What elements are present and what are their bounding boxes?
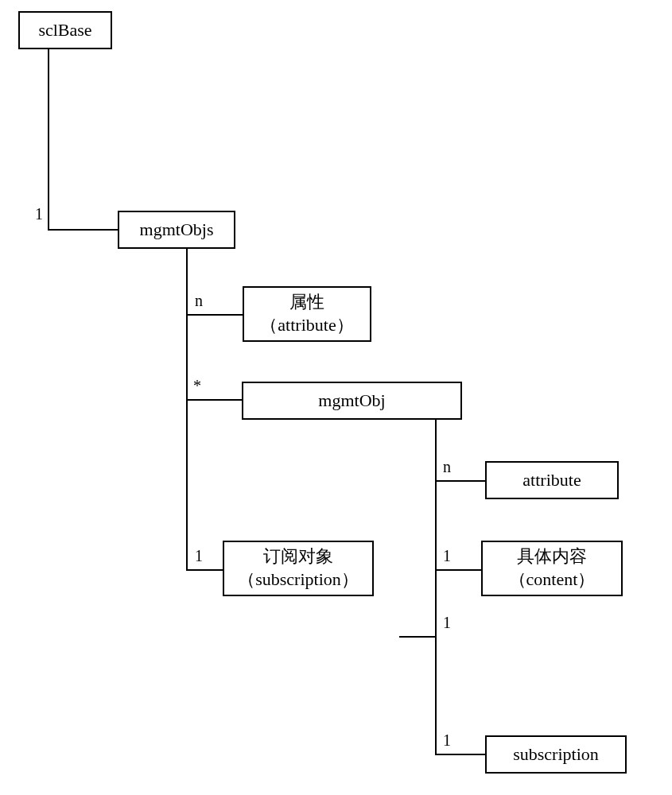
connector-line [186,314,243,316]
node-mgmtObj: mgmtObj [242,382,462,420]
label-mgmtObjs: mgmtObjs [140,219,214,242]
cardinality-1b: 1 [195,547,203,565]
cardinality-1e: 1 [443,731,451,750]
connector-line [48,229,118,231]
label-attribute-cn-2: （attribute） [260,314,353,337]
cardinality-1d: 1 [443,614,451,632]
connector-line [435,420,437,754]
connector-line [435,754,485,755]
cardinality-1: 1 [35,205,43,223]
cardinality-1c: 1 [443,547,451,565]
label-sclBase: sclBase [38,19,91,42]
label-content-cn-1: 具体内容 [517,545,587,568]
cardinality-star: * [193,377,201,395]
node-attribute-en: attribute [485,461,619,499]
connector-line [186,399,242,401]
label-subscription-en: subscription [513,743,599,766]
node-subscription-cn: 订阅对象 （subscription） [223,541,374,596]
cardinality-n: n [195,292,203,310]
label-content-cn-2: （content） [509,568,596,591]
node-subscription-en: subscription [485,735,627,774]
label-subscription-cn-2: （subscription） [238,568,359,591]
node-mgmtObjs: mgmtObjs [118,211,235,249]
cardinality-n2: n [443,458,451,476]
connector-line [48,49,49,229]
connector-line [399,636,437,638]
node-sclBase: sclBase [18,11,112,49]
label-mgmtObj: mgmtObj [318,390,385,413]
connector-line [435,569,481,571]
connector-line [186,569,223,571]
connector-line [186,249,188,571]
node-attribute-cn: 属性 （attribute） [243,286,371,342]
label-subscription-cn-1: 订阅对象 [263,545,333,568]
connector-line [435,480,485,482]
node-content-cn: 具体内容 （content） [481,541,623,596]
label-attribute-cn-1: 属性 [289,291,324,314]
label-attribute-en: attribute [522,469,581,492]
